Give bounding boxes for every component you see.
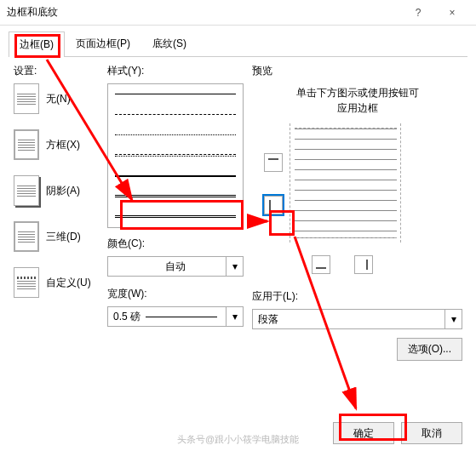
border-top-button[interactable] [264,153,283,172]
applyto-dropdown[interactable]: 段落 ▾ [252,309,462,329]
setting-box[interactable]: 方框(X) [14,129,99,160]
settings-label: 设置: [14,64,99,78]
width-value: 0.5 磅 [113,310,141,324]
border-left-button[interactable] [264,196,283,214]
applyto-label: 应用于(L): [252,289,462,304]
width-label: 宽度(W): [107,287,244,301]
ok-button[interactable]: 确定 [333,422,394,444]
shadow-icon [14,175,39,206]
style-item[interactable] [108,84,243,105]
border-bottom-button[interactable] [312,255,330,274]
titlebar: 边框和底纹 ? × [0,0,476,26]
window-title: 边框和底纹 [7,5,401,20]
preview-area [252,128,462,289]
preview-label: 预览 [252,64,462,78]
width-dropdown[interactable]: 0.5 磅 ▾ [107,306,244,327]
help-button[interactable]: ? [401,1,435,25]
style-label: 样式(Y): [107,64,244,78]
style-item[interactable] [108,207,243,227]
chevron-down-icon: ▾ [226,257,243,276]
setting-box-label: 方框(X) [46,138,80,152]
custom-icon [14,267,39,298]
setting-custom[interactable]: 自定义(U) [14,267,99,298]
chevron-down-icon: ▾ [226,307,243,326]
style-item[interactable] [108,125,243,146]
tab-page-border[interactable]: 页面边框(P) [65,31,141,56]
threed-icon [14,221,39,252]
chevron-down-icon: ▾ [444,310,462,328]
color-label: 颜色(C): [107,237,244,251]
setting-none-label: 无(N) [46,92,71,106]
dialog-footer: 确定 取消 [333,422,462,444]
style-listbox[interactable] [107,83,244,228]
tab-strip: 边框(B) 页面边框(P) 底纹(S) [9,31,467,57]
watermark: 头条号@跟小小筱学电脑技能 [177,433,299,446]
box-icon [14,129,39,160]
color-value: 自动 [113,260,238,274]
width-line-icon [146,317,217,317]
border-right-button[interactable] [354,255,373,274]
setting-3d[interactable]: 三维(D) [14,221,99,252]
tab-border[interactable]: 边框(B) [9,31,65,57]
setting-shadow[interactable]: 阴影(A) [14,175,99,206]
setting-3d-label: 三维(D) [46,230,81,244]
setting-custom-label: 自定义(U) [46,276,91,290]
color-dropdown[interactable]: 自动 ▾ [107,256,244,277]
setting-none[interactable]: 无(N) [14,83,99,114]
style-item[interactable] [108,105,243,125]
preview-document [295,128,397,238]
preview-message: 单击下方图示或使用按钮可应用边框 [252,85,462,116]
style-item[interactable] [108,186,243,207]
style-item[interactable] [108,166,243,186]
options-button[interactable]: 选项(O)... [397,338,462,361]
cancel-button[interactable]: 取消 [401,422,462,444]
applyto-value: 段落 [258,312,278,327]
none-icon [14,83,39,114]
close-button[interactable]: × [435,1,469,25]
tab-shading[interactable]: 底纹(S) [141,31,198,56]
style-item[interactable] [108,146,243,166]
setting-shadow-label: 阴影(A) [46,184,80,198]
